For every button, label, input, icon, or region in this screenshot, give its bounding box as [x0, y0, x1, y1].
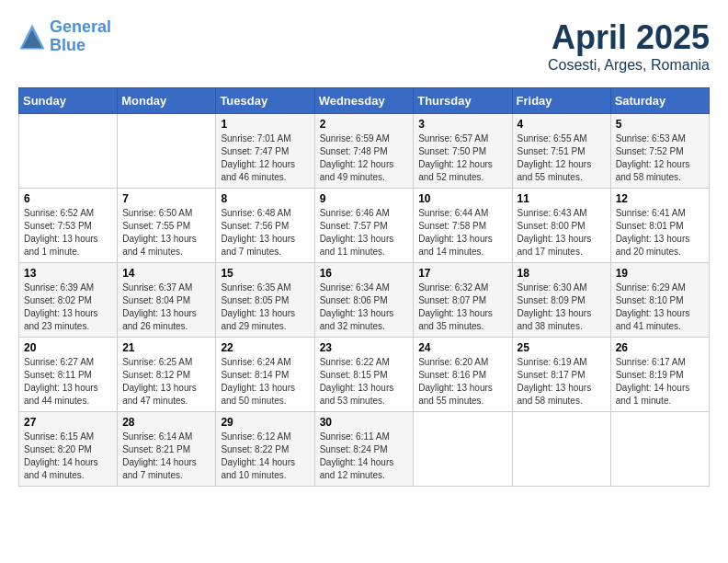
day-number: 18 [518, 267, 606, 280]
day-info: Sunrise: 6:24 AM Sunset: 8:14 PM Dayligh… [221, 356, 309, 408]
day-number: 10 [418, 192, 506, 205]
day-info: Sunrise: 6:44 AM Sunset: 7:58 PM Dayligh… [418, 207, 506, 259]
day-number: 30 [320, 416, 409, 429]
calendar-cell: 11Sunrise: 6:43 AM Sunset: 8:00 PM Dayli… [512, 189, 610, 263]
day-number: 22 [221, 341, 309, 354]
day-info: Sunrise: 6:20 AM Sunset: 8:16 PM Dayligh… [418, 356, 506, 408]
weekday-header: Thursday [414, 88, 512, 114]
day-info: Sunrise: 6:19 AM Sunset: 8:17 PM Dayligh… [518, 356, 606, 408]
day-info: Sunrise: 6:17 AM Sunset: 8:19 PM Dayligh… [616, 356, 704, 408]
calendar-cell: 9Sunrise: 6:46 AM Sunset: 7:57 PM Daylig… [314, 189, 414, 263]
day-number: 16 [320, 267, 409, 280]
day-number: 1 [221, 118, 309, 131]
day-number: 25 [518, 341, 606, 354]
day-info: Sunrise: 6:35 AM Sunset: 8:05 PM Dayligh… [221, 282, 309, 333]
day-info: Sunrise: 6:30 AM Sunset: 8:09 PM Dayligh… [518, 282, 606, 333]
day-info: Sunrise: 6:37 AM Sunset: 8:04 PM Dayligh… [122, 282, 210, 333]
day-info: Sunrise: 6:32 AM Sunset: 8:07 PM Dayligh… [418, 282, 506, 333]
weekday-header: Tuesday [216, 88, 314, 114]
calendar-cell: 6Sunrise: 6:52 AM Sunset: 7:53 PM Daylig… [19, 189, 118, 263]
day-number: 11 [518, 192, 606, 205]
page-header: General Blue April 2025 Cosesti, Arges, … [18, 18, 710, 74]
calendar-week-row: 27Sunrise: 6:15 AM Sunset: 8:20 PM Dayli… [19, 412, 710, 487]
calendar-cell: 30Sunrise: 6:11 AM Sunset: 8:24 PM Dayli… [314, 412, 414, 487]
day-number: 4 [518, 118, 606, 131]
calendar-cell [512, 412, 610, 487]
calendar-cell: 26Sunrise: 6:17 AM Sunset: 8:19 PM Dayli… [610, 338, 709, 412]
calendar-cell: 25Sunrise: 6:19 AM Sunset: 8:17 PM Dayli… [512, 338, 610, 412]
calendar-cell [414, 412, 512, 487]
calendar-week-row: 1Sunrise: 7:01 AM Sunset: 7:47 PM Daylig… [19, 114, 710, 189]
weekday-header: Friday [512, 88, 610, 114]
day-info: Sunrise: 7:01 AM Sunset: 7:47 PM Dayligh… [221, 132, 309, 184]
calendar-cell: 18Sunrise: 6:30 AM Sunset: 8:09 PM Dayli… [512, 263, 610, 338]
day-info: Sunrise: 6:43 AM Sunset: 8:00 PM Dayligh… [518, 207, 606, 259]
day-info: Sunrise: 6:14 AM Sunset: 8:21 PM Dayligh… [122, 431, 210, 482]
day-number: 24 [418, 341, 506, 354]
day-number: 7 [122, 192, 210, 205]
calendar-cell: 7Sunrise: 6:50 AM Sunset: 7:55 PM Daylig… [118, 189, 216, 263]
calendar-cell: 13Sunrise: 6:39 AM Sunset: 8:02 PM Dayli… [19, 263, 118, 338]
calendar-cell: 1Sunrise: 7:01 AM Sunset: 7:47 PM Daylig… [216, 114, 314, 189]
weekday-header: Sunday [19, 88, 118, 114]
day-number: 23 [320, 341, 409, 354]
day-number: 26 [616, 341, 704, 354]
calendar-cell: 8Sunrise: 6:48 AM Sunset: 7:56 PM Daylig… [216, 189, 314, 263]
day-info: Sunrise: 6:57 AM Sunset: 7:50 PM Dayligh… [418, 132, 506, 184]
calendar-cell: 17Sunrise: 6:32 AM Sunset: 8:07 PM Dayli… [414, 263, 512, 338]
weekday-header: Saturday [610, 88, 709, 114]
day-number: 6 [24, 192, 112, 205]
calendar-cell: 5Sunrise: 6:53 AM Sunset: 7:52 PM Daylig… [610, 114, 709, 189]
day-number: 8 [221, 192, 309, 205]
logo: General Blue [18, 18, 111, 55]
calendar-cell: 16Sunrise: 6:34 AM Sunset: 8:06 PM Dayli… [314, 263, 414, 338]
day-number: 14 [122, 267, 210, 280]
day-number: 19 [616, 267, 704, 280]
day-number: 9 [320, 192, 409, 205]
day-number: 27 [24, 416, 112, 429]
day-info: Sunrise: 6:29 AM Sunset: 8:10 PM Dayligh… [616, 282, 704, 333]
weekday-header: Wednesday [314, 88, 414, 114]
calendar-cell: 4Sunrise: 6:55 AM Sunset: 7:51 PM Daylig… [512, 114, 610, 189]
day-number: 29 [221, 416, 309, 429]
calendar-cell: 21Sunrise: 6:25 AM Sunset: 8:12 PM Dayli… [118, 338, 216, 412]
day-info: Sunrise: 6:12 AM Sunset: 8:22 PM Dayligh… [221, 431, 309, 482]
day-number: 2 [320, 118, 409, 131]
calendar-week-row: 6Sunrise: 6:52 AM Sunset: 7:53 PM Daylig… [19, 189, 710, 263]
day-info: Sunrise: 6:53 AM Sunset: 7:52 PM Dayligh… [616, 132, 704, 184]
day-info: Sunrise: 6:55 AM Sunset: 7:51 PM Dayligh… [518, 132, 606, 184]
day-info: Sunrise: 6:39 AM Sunset: 8:02 PM Dayligh… [24, 282, 112, 333]
day-info: Sunrise: 6:52 AM Sunset: 7:53 PM Dayligh… [24, 207, 112, 259]
month-title: April 2025 [548, 18, 710, 57]
calendar-cell: 29Sunrise: 6:12 AM Sunset: 8:22 PM Dayli… [216, 412, 314, 487]
day-number: 20 [24, 341, 112, 354]
calendar-cell: 12Sunrise: 6:41 AM Sunset: 8:01 PM Dayli… [610, 189, 709, 263]
calendar-cell [118, 114, 216, 189]
day-number: 5 [616, 118, 704, 131]
calendar-week-row: 13Sunrise: 6:39 AM Sunset: 8:02 PM Dayli… [19, 263, 710, 338]
day-info: Sunrise: 6:22 AM Sunset: 8:15 PM Dayligh… [320, 356, 409, 408]
calendar-cell: 2Sunrise: 6:59 AM Sunset: 7:48 PM Daylig… [314, 114, 414, 189]
day-number: 13 [24, 267, 112, 280]
calendar-cell: 20Sunrise: 6:27 AM Sunset: 8:11 PM Dayli… [19, 338, 118, 412]
day-number: 28 [122, 416, 210, 429]
day-info: Sunrise: 6:34 AM Sunset: 8:06 PM Dayligh… [320, 282, 409, 333]
day-info: Sunrise: 6:11 AM Sunset: 8:24 PM Dayligh… [320, 431, 409, 482]
day-number: 3 [418, 118, 506, 131]
calendar-cell: 28Sunrise: 6:14 AM Sunset: 8:21 PM Dayli… [118, 412, 216, 487]
calendar-cell: 3Sunrise: 6:57 AM Sunset: 7:50 PM Daylig… [414, 114, 512, 189]
calendar-cell: 23Sunrise: 6:22 AM Sunset: 8:15 PM Dayli… [314, 338, 414, 412]
day-info: Sunrise: 6:15 AM Sunset: 8:20 PM Dayligh… [24, 431, 112, 482]
calendar-cell: 22Sunrise: 6:24 AM Sunset: 8:14 PM Dayli… [216, 338, 314, 412]
weekday-header: Monday [118, 88, 216, 114]
calendar-cell: 24Sunrise: 6:20 AM Sunset: 8:16 PM Dayli… [414, 338, 512, 412]
calendar-table: SundayMondayTuesdayWednesdayThursdayFrid… [18, 87, 710, 487]
day-info: Sunrise: 6:27 AM Sunset: 8:11 PM Dayligh… [24, 356, 112, 408]
location: Cosesti, Arges, Romania [548, 57, 710, 74]
calendar-cell: 19Sunrise: 6:29 AM Sunset: 8:10 PM Dayli… [610, 263, 709, 338]
calendar-cell: 15Sunrise: 6:35 AM Sunset: 8:05 PM Dayli… [216, 263, 314, 338]
calendar-cell [610, 412, 709, 487]
calendar-week-row: 20Sunrise: 6:27 AM Sunset: 8:11 PM Dayli… [19, 338, 710, 412]
calendar-cell: 14Sunrise: 6:37 AM Sunset: 8:04 PM Dayli… [118, 263, 216, 338]
day-number: 15 [221, 267, 309, 280]
